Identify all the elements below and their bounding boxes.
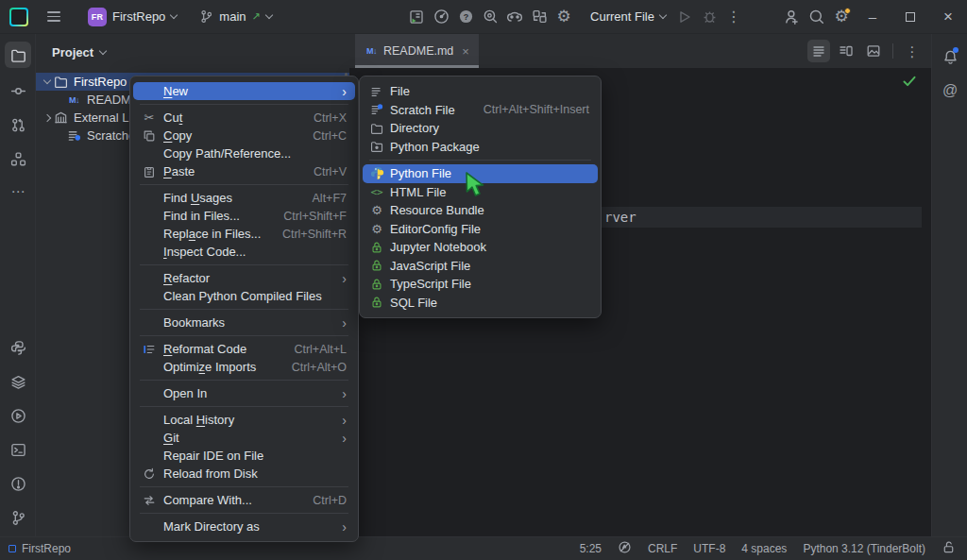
notifications-bell-icon[interactable]: [937, 43, 963, 70]
run-configurations-icon[interactable]: [404, 5, 429, 29]
tab-more-kebab-icon[interactable]: ⋮: [901, 40, 924, 62]
status-project[interactable]: FirstRepo: [0, 542, 71, 555]
preview-only-icon[interactable]: [862, 40, 885, 62]
submenu-item-editorconfig-file[interactable]: ⚙ EditorConfig File: [360, 220, 601, 239]
version-control-icon[interactable]: [5, 504, 31, 531]
menu-item-new[interactable]: New ›: [130, 82, 358, 100]
titlebar: FR FirstRepo main ↗ ? ⚙: [0, 0, 967, 34]
branch-selector[interactable]: main ↗: [193, 5, 278, 29]
search-everywhere-icon[interactable]: [805, 5, 829, 29]
submenu-item-typescript-file[interactable]: TypeScript File: [360, 275, 601, 294]
project-selector[interactable]: FR FirstRepo: [81, 5, 183, 29]
settings-gear-icon[interactable]: ⚙: [551, 5, 576, 29]
menu-item-cut[interactable]: ✂ Cut Ctrl+X: [130, 109, 358, 127]
search-at-icon[interactable]: [478, 5, 502, 29]
settings-update-icon[interactable]: ⚙: [829, 5, 854, 29]
commit-toolwindow-icon[interactable]: [5, 77, 31, 104]
chevron-collapsed-icon[interactable]: [42, 115, 53, 121]
python-packages-icon[interactable]: [5, 368, 31, 395]
menu-item-reload-from-disk[interactable]: Reload from Disk: [130, 465, 358, 483]
close-button[interactable]: ×: [929, 0, 967, 34]
chevron-down-icon: [265, 11, 273, 19]
menu-item-optimize-imports[interactable]: Optimize Imports Ctrl+Alt+O: [130, 358, 358, 376]
highlighting-level-icon[interactable]: [618, 540, 632, 557]
services-icon[interactable]: [5, 402, 31, 429]
code-with-me-icon[interactable]: [780, 5, 805, 29]
project-toolwindow-icon[interactable]: [5, 42, 31, 68]
submenu-item-javascript-file[interactable]: JavaScript File: [360, 257, 601, 276]
menu-item-open-in[interactable]: Open In ›: [130, 384, 358, 402]
reformat-icon: [141, 343, 158, 356]
menu-item-reformat-code[interactable]: Reformat Code Ctrl+Alt+L: [130, 340, 358, 358]
run-icon[interactable]: [672, 5, 697, 29]
inspection-ok-icon[interactable]: [903, 76, 916, 90]
lock-icon: [368, 278, 385, 291]
menu-item-bookmarks[interactable]: Bookmarks ›: [130, 314, 358, 331]
editor-and-preview-icon[interactable]: [835, 40, 857, 62]
python-icon: [368, 166, 385, 180]
menu-item-git[interactable]: Git ›: [130, 429, 358, 447]
menu-item-clean-python-compiled[interactable]: Clean Python Compiled Files: [130, 287, 358, 305]
minimize-button[interactable]: –: [854, 0, 891, 34]
menu-item-refactor[interactable]: Refactor ›: [130, 269, 358, 287]
run-config-selector[interactable]: Current File: [584, 5, 672, 29]
cursor-position[interactable]: 5:25: [580, 542, 602, 555]
menu-item-find-in-files[interactable]: Find in Files... Ctrl+Shift+F: [130, 207, 358, 225]
menu-item-inspect-code[interactable]: Inspect Code...: [130, 243, 358, 261]
submenu-item-scratch-file[interactable]: Scratch File Ctrl+Alt+Shift+Insert: [360, 101, 601, 120]
terminal-icon[interactable]: [5, 436, 31, 463]
unlocked-icon[interactable]: [942, 540, 956, 557]
menu-item-replace-in-files[interactable]: Replace in Files... Ctrl+Shift+R: [130, 225, 358, 243]
tab-readme[interactable]: M↓ README.md ×: [355, 34, 479, 68]
menu-item-find-usages[interactable]: Find Usages Alt+F7: [130, 189, 358, 207]
chevron-down-icon: [170, 11, 178, 19]
folder-icon: [368, 122, 385, 135]
submenu-item-file[interactable]: File: [360, 82, 601, 101]
python-interpreter[interactable]: Python 3.12 (TinderBolt): [803, 542, 925, 555]
editor-only-icon[interactable]: [807, 40, 830, 62]
editor-tab-bar: M↓ README.md × ⋮: [349, 34, 931, 68]
file-encoding[interactable]: UTF-8: [693, 542, 725, 555]
line-ending[interactable]: CRLF: [648, 542, 677, 555]
menu-item-repair-ide[interactable]: Repair IDE on File: [130, 447, 358, 465]
submenu-item-sql-file[interactable]: SQL File: [360, 294, 601, 313]
submenu-item-python-package[interactable]: Python Package: [360, 138, 601, 157]
pull-requests-icon[interactable]: [5, 111, 31, 138]
tab-close-icon[interactable]: ×: [462, 44, 469, 59]
lock-icon: [368, 259, 385, 272]
submenu-item-resource-bundle[interactable]: ⚙ Resource Bundle: [360, 201, 601, 220]
svg-text:?: ?: [463, 12, 468, 22]
structure-toolwindow-icon[interactable]: [5, 145, 31, 172]
more-kebab-icon[interactable]: ⋮: [721, 5, 746, 29]
problems-icon[interactable]: [5, 470, 31, 497]
project-panel-header[interactable]: Project: [36, 34, 349, 70]
chevron-down-icon: [99, 46, 107, 54]
menu-item-mark-directory-as[interactable]: Mark Directory as ›: [130, 518, 358, 535]
submenu-item-directory[interactable]: Directory: [360, 119, 601, 138]
more-toolwindows-icon[interactable]: ⋯: [5, 178, 31, 204]
menu-item-copy-path[interactable]: Copy Path/Reference...: [130, 144, 358, 162]
chevron-expanded-icon[interactable]: [42, 80, 53, 83]
python-console-icon[interactable]: [5, 334, 31, 361]
indent-setting[interactable]: 4 spaces: [741, 542, 787, 555]
menu-item-paste[interactable]: Paste Ctrl+V: [130, 162, 358, 180]
help-icon[interactable]: ?: [453, 5, 478, 29]
menu-item-local-history[interactable]: Local History ›: [130, 411, 358, 429]
main-menu-hamburger-icon[interactable]: [40, 11, 68, 22]
controller-icon[interactable]: [502, 5, 527, 29]
swap-layout-icon[interactable]: [527, 5, 551, 29]
left-toolwindow-bar: ⋯: [0, 34, 36, 536]
ai-assistant-icon[interactable]: @: [937, 77, 963, 104]
menu-item-compare-with[interactable]: Compare With... Ctrl+D: [130, 491, 358, 509]
menu-item-copy[interactable]: Copy Ctrl+C: [130, 127, 358, 144]
scratches-icon: [66, 128, 82, 143]
debug-icon[interactable]: [697, 5, 721, 29]
gauge-icon[interactable]: [429, 5, 453, 29]
pycharm-logo-icon: [9, 8, 28, 26]
module-icon: [8, 545, 16, 552]
maximize-button[interactable]: [891, 0, 929, 34]
submenu-item-jupyter-notebook[interactable]: Jupyter Notebook: [360, 238, 601, 257]
scratch-file-icon: [368, 103, 385, 116]
folder-icon: [53, 75, 69, 89]
compare-icon: [141, 494, 158, 507]
